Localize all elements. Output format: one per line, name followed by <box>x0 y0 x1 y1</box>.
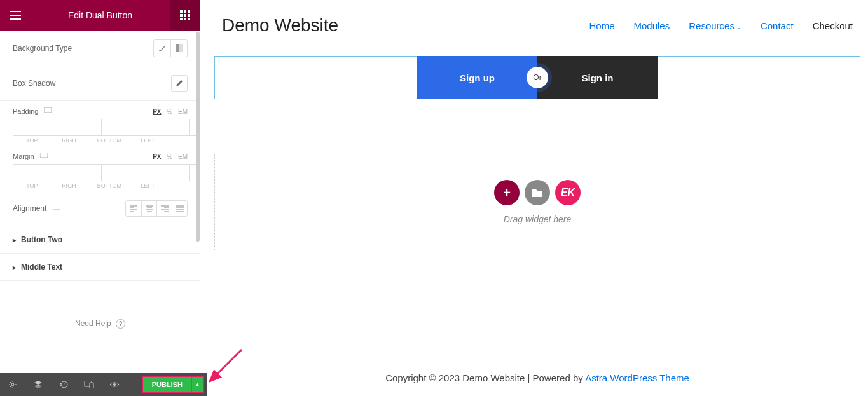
svg-rect-14 <box>40 153 48 158</box>
footer-theme-link[interactable]: Astra WordPress Theme <box>585 372 689 383</box>
site-title: Demo Website <box>222 15 338 36</box>
hamburger-icon[interactable] <box>0 0 31 31</box>
panel-scroll: Background Type Box Shadow Padding <box>0 31 200 396</box>
svg-rect-7 <box>184 18 186 20</box>
chevron-right-icon: ▸ <box>13 236 16 243</box>
nav-resources[interactable]: Resources⌄ <box>689 20 741 31</box>
svg-rect-13 <box>46 113 49 113</box>
panel-header: Edit Dual Button <box>0 0 200 31</box>
nav-home[interactable]: Home <box>589 20 615 31</box>
svg-rect-16 <box>53 205 60 210</box>
site-header: Demo Website Home Modules Resources⌄ Con… <box>207 0 868 51</box>
svg-rect-17 <box>55 210 58 210</box>
box-shadow-row: Box Shadow <box>0 66 200 100</box>
padding-units: PX % EM <box>149 108 188 115</box>
navigator-icon[interactable] <box>25 373 51 396</box>
dual-button-middle: Or <box>527 67 548 88</box>
bg-classic-icon[interactable] <box>154 40 170 57</box>
drop-zone-text: Drag widget here <box>504 214 572 224</box>
align-right-icon[interactable] <box>156 201 172 216</box>
margin-units: PX % EM <box>149 153 188 160</box>
align-left-icon[interactable] <box>126 201 141 216</box>
padding-label: Padding <box>13 107 38 115</box>
dual-button-right[interactable]: Sign in <box>537 56 658 99</box>
svg-rect-10 <box>176 44 179 52</box>
add-section-icon[interactable]: + <box>494 180 520 205</box>
svg-point-18 <box>11 383 14 386</box>
responsive-icon[interactable] <box>40 153 48 160</box>
site-footer: Copyright © 2023 Demo Website | Powered … <box>207 372 868 383</box>
background-type-label: Background Type <box>13 44 72 53</box>
settings-icon[interactable] <box>0 373 25 396</box>
alignment-label: Alignment <box>13 204 46 213</box>
accordion: ▸ Button Two ▸ Middle Text <box>0 226 200 281</box>
alignment-toggle <box>125 200 188 217</box>
svg-rect-1 <box>184 10 186 13</box>
history-icon[interactable] <box>51 373 76 396</box>
svg-rect-11 <box>179 44 183 52</box>
editor-panel: Edit Dual Button Background Type Box Sha… <box>0 0 200 396</box>
scrollbar-thumb[interactable] <box>196 32 200 242</box>
panel-title: Edit Dual Button <box>31 10 170 20</box>
publish-button[interactable]: PUBLISH <box>143 377 191 392</box>
svg-point-9 <box>159 50 160 51</box>
responsive-icon[interactable] <box>44 107 52 115</box>
drop-zone[interactable]: + EK Drag widget here <box>214 154 860 250</box>
svg-rect-12 <box>44 107 52 113</box>
unit-px[interactable]: PX <box>153 153 161 160</box>
svg-rect-4 <box>184 14 186 17</box>
chevron-right-icon: ▸ <box>13 264 16 271</box>
margin-right-input[interactable] <box>101 164 189 181</box>
margin-label: Margin <box>13 153 34 160</box>
template-library-icon[interactable] <box>525 180 550 205</box>
need-help[interactable]: Need Help ? <box>0 281 200 367</box>
nav-checkout[interactable]: Checkout <box>813 20 853 31</box>
svg-rect-8 <box>188 18 190 20</box>
accordion-button-two[interactable]: ▸ Button Two <box>0 226 200 254</box>
bg-gradient-icon[interactable] <box>170 40 187 57</box>
padding-control: Padding PX % EM <box>0 101 200 146</box>
svg-rect-2 <box>188 10 190 13</box>
publish-more-icon[interactable]: ▲ <box>191 377 203 392</box>
publish-wrap: PUBLISH ▲ <box>142 376 204 393</box>
margin-control: Margin PX % EM <box>0 146 200 191</box>
svg-rect-21 <box>90 383 93 388</box>
svg-rect-15 <box>43 158 45 158</box>
help-icon: ? <box>116 319 125 329</box>
background-type-toggle <box>153 39 188 57</box>
site-nav: Home Modules Resources⌄ Contact Checkout <box>589 20 853 31</box>
unit-pct[interactable]: % <box>167 153 172 160</box>
unit-em[interactable]: EM <box>178 153 188 160</box>
align-justify-icon[interactable] <box>172 201 187 216</box>
svg-rect-5 <box>188 14 190 17</box>
nav-contact[interactable]: Contact <box>761 20 794 31</box>
align-center-icon[interactable] <box>141 201 156 216</box>
svg-point-22 <box>113 383 116 386</box>
bottom-bar: PUBLISH ▲ <box>0 373 207 396</box>
preview-area: Demo Website Home Modules Resources⌄ Con… <box>207 0 868 396</box>
svg-rect-6 <box>180 18 183 20</box>
unit-px[interactable]: PX <box>153 108 161 115</box>
margin-top-input[interactable] <box>13 164 101 181</box>
widgets-grid-icon[interactable] <box>170 0 200 31</box>
box-shadow-edit-icon[interactable] <box>171 75 188 92</box>
svg-rect-0 <box>180 10 183 13</box>
responsive-icon[interactable] <box>53 204 60 213</box>
alignment-row: Alignment <box>0 191 200 226</box>
chevron-down-icon: ⌄ <box>736 24 741 31</box>
nav-modules[interactable]: Modules <box>634 20 670 31</box>
background-type-row: Background Type <box>0 31 200 66</box>
padding-right-input[interactable] <box>101 119 189 136</box>
unit-em[interactable]: EM <box>178 108 188 115</box>
accordion-middle-text[interactable]: ▸ Middle Text <box>0 254 200 281</box>
box-shadow-label: Box Shadow <box>13 79 55 88</box>
preview-icon[interactable] <box>102 373 127 396</box>
dual-button-widget: Sign up Sign in Or <box>417 56 658 99</box>
unit-pct[interactable]: % <box>167 108 172 115</box>
responsive-mode-icon[interactable] <box>76 373 102 396</box>
svg-rect-3 <box>180 14 183 17</box>
selected-widget-frame[interactable]: Sign up Sign in Or <box>214 56 860 99</box>
dual-button-left[interactable]: Sign up <box>417 56 537 99</box>
padding-top-input[interactable] <box>13 119 101 136</box>
elementskit-icon[interactable]: EK <box>555 180 581 205</box>
